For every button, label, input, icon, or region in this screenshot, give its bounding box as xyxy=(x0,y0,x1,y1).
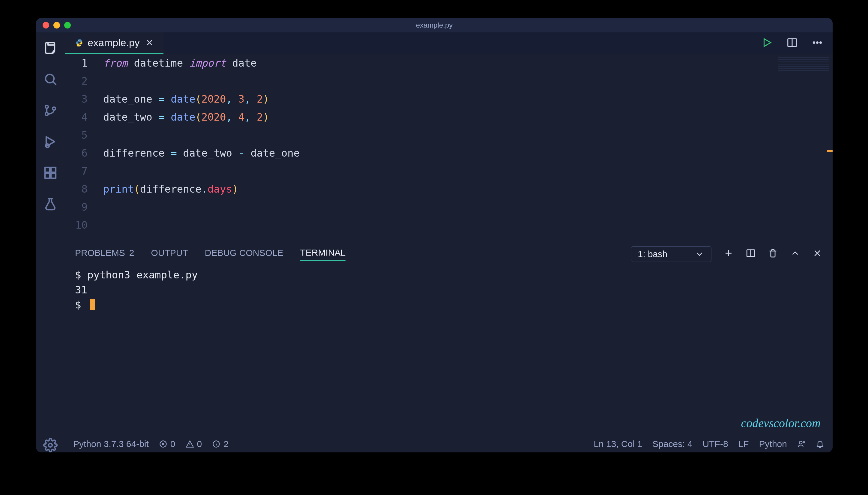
close-panel-button[interactable] xyxy=(812,248,822,260)
svg-rect-8 xyxy=(51,173,56,178)
settings-gear-icon[interactable] xyxy=(43,438,57,453)
code-line[interactable]: from datetime import date xyxy=(103,54,833,72)
tab-example-py[interactable]: example.py ✕ xyxy=(65,32,163,54)
maximize-panel-button[interactable] xyxy=(790,248,800,260)
line-number: 9 xyxy=(65,198,88,216)
watermark: codevscolor.com xyxy=(741,416,821,431)
status-encoding[interactable]: UTF-8 xyxy=(703,439,728,449)
status-indentation[interactable]: Spaces: 4 xyxy=(652,439,692,449)
terminal-line: 31 xyxy=(75,282,822,297)
panel-tab-label: OUTPUT xyxy=(151,248,188,258)
explorer-icon[interactable] xyxy=(43,41,57,55)
titlebar: example.py xyxy=(36,18,833,32)
editor-tabs: example.py ✕ xyxy=(65,32,833,54)
status-infos[interactable]: 2 xyxy=(212,439,228,449)
activity-bar xyxy=(36,32,65,453)
source-control-icon[interactable] xyxy=(43,103,57,118)
python-file-icon xyxy=(75,39,83,47)
line-number: 8 xyxy=(65,180,88,198)
status-warnings[interactable]: 0 xyxy=(186,439,202,449)
panel-tab-terminal[interactable]: TERMINAL xyxy=(300,248,346,261)
status-label: Ln 13, Col 1 xyxy=(593,439,642,449)
svg-point-13 xyxy=(813,42,815,43)
panel-tab-label: PROBLEMS xyxy=(75,248,125,258)
status-bar: Python 3.7.3 64-bit 0 0 2 Ln 13, Col 1 S… xyxy=(65,435,833,453)
status-label: Spaces: 4 xyxy=(652,439,692,449)
run-file-button[interactable] xyxy=(761,37,772,50)
panel-tab-debug-console[interactable]: DEBUG CONSOLE xyxy=(205,248,283,260)
bottom-panel: PROBLEMS 2 OUTPUT DEBUG CONSOLE TERMINAL… xyxy=(65,242,833,435)
terminal-selector-label: 1: bash xyxy=(638,249,667,259)
svg-point-11 xyxy=(80,45,81,46)
code-line[interactable] xyxy=(103,198,833,216)
code-line[interactable]: print(difference.days) xyxy=(103,180,833,198)
line-number: 3 xyxy=(65,90,88,108)
warning-icon xyxy=(186,440,194,448)
status-label: Python 3.7.3 64-bit xyxy=(73,439,149,449)
window-title: example.py xyxy=(36,21,833,29)
code-line[interactable] xyxy=(103,126,833,144)
status-label: Python xyxy=(759,439,787,449)
terminal-selector[interactable]: 1: bash xyxy=(631,246,711,262)
line-number: 6 xyxy=(65,144,88,162)
terminal-line: $ xyxy=(75,297,822,312)
code-line[interactable] xyxy=(103,216,833,234)
code-line[interactable] xyxy=(103,72,833,90)
tab-label: example.py xyxy=(88,37,140,49)
new-terminal-button[interactable] xyxy=(724,248,734,260)
panel-tab-problems[interactable]: PROBLEMS 2 xyxy=(75,248,134,260)
code-editor[interactable]: 12345678910 from datetime import date da… xyxy=(65,54,833,242)
svg-rect-6 xyxy=(51,167,56,172)
status-label: 2 xyxy=(223,439,228,449)
svg-point-0 xyxy=(46,74,54,83)
svg-point-15 xyxy=(820,42,821,43)
extensions-icon[interactable] xyxy=(43,166,57,180)
error-icon xyxy=(159,440,167,448)
status-label: UTF-8 xyxy=(703,439,728,449)
code-line[interactable] xyxy=(103,162,833,180)
status-label: 0 xyxy=(197,439,202,449)
close-tab-icon[interactable]: ✕ xyxy=(146,37,153,48)
bell-icon xyxy=(816,440,824,448)
terminal-line: $ python3 example.py xyxy=(75,267,822,282)
minimap[interactable] xyxy=(778,56,829,71)
terminal-content[interactable]: $ python3 example.py31$ codevscolor.com xyxy=(65,266,833,435)
code-line[interactable]: difference = date_two - date_one xyxy=(103,144,833,162)
code-content[interactable]: from datetime import date date_one = dat… xyxy=(93,54,833,242)
split-editor-button[interactable] xyxy=(786,37,798,50)
panel-tabs: PROBLEMS 2 OUTPUT DEBUG CONSOLE TERMINAL… xyxy=(65,242,833,266)
panel-tab-label: TERMINAL xyxy=(300,248,346,258)
problems-count: 2 xyxy=(129,248,134,258)
more-actions-button[interactable] xyxy=(812,37,823,50)
person-feedback-icon xyxy=(797,440,805,448)
status-notifications-button[interactable] xyxy=(816,440,824,448)
status-label: 0 xyxy=(170,439,175,449)
code-line[interactable]: date_one = date(2020, 3, 2) xyxy=(103,90,833,108)
line-number: 7 xyxy=(65,162,88,180)
status-errors[interactable]: 0 xyxy=(159,439,175,449)
svg-point-14 xyxy=(816,42,818,43)
status-cursor-position[interactable]: Ln 13, Col 1 xyxy=(593,439,642,449)
vscode-window: example.py example.py ✕ xyxy=(36,18,833,453)
status-eol[interactable]: LF xyxy=(739,439,749,449)
line-gutter: 12345678910 xyxy=(65,54,93,242)
svg-point-19 xyxy=(799,441,802,444)
svg-rect-7 xyxy=(45,173,50,178)
code-line[interactable]: date_two = date(2020, 4, 2) xyxy=(103,108,833,126)
search-icon[interactable] xyxy=(43,72,57,86)
minimap-marker xyxy=(827,150,833,152)
line-number: 5 xyxy=(65,126,88,144)
split-terminal-button[interactable] xyxy=(746,248,756,260)
svg-point-10 xyxy=(78,40,78,40)
status-feedback-button[interactable] xyxy=(797,440,805,448)
panel-tab-output[interactable]: OUTPUT xyxy=(151,248,188,260)
status-language[interactable]: Python xyxy=(759,439,787,449)
testing-icon[interactable] xyxy=(43,197,57,211)
line-number: 4 xyxy=(65,108,88,126)
kill-terminal-button[interactable] xyxy=(768,248,778,260)
info-icon xyxy=(212,440,221,448)
status-python-interpreter[interactable]: Python 3.7.3 64-bit xyxy=(73,439,149,449)
chevron-down-icon xyxy=(694,249,705,259)
panel-tab-label: DEBUG CONSOLE xyxy=(205,248,283,258)
run-debug-icon[interactable] xyxy=(43,134,57,149)
